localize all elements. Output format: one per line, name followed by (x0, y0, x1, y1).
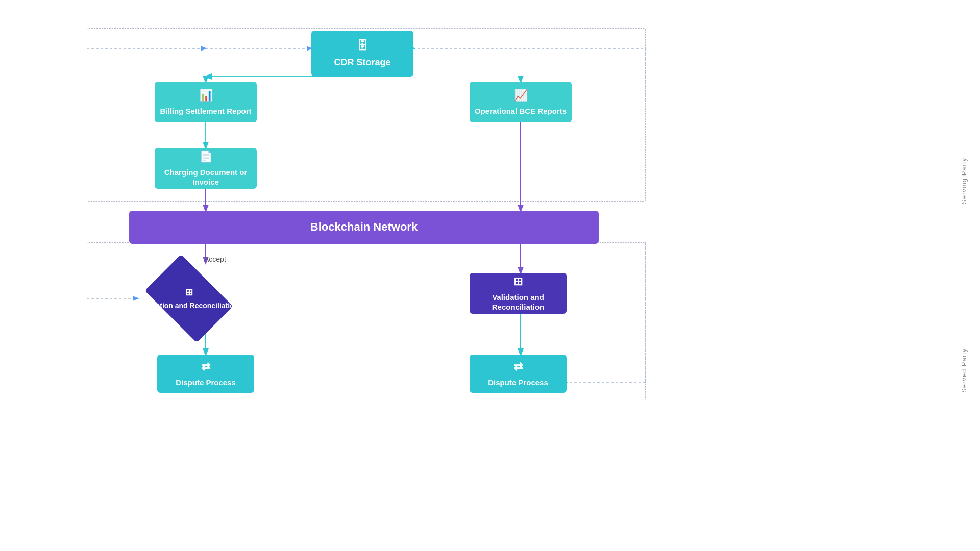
dispute-left-icon: ⇄ (201, 360, 210, 374)
charging-label: Charging Document or Invoice (155, 167, 257, 187)
validation-right-icon: ⊞ (513, 274, 523, 289)
cdr-storage-node: 🗄 CDR Storage (311, 31, 413, 77)
cdr-label: CDR Storage (334, 57, 390, 68)
blockchain-label: Blockchain Network (310, 220, 418, 235)
dispute-left-label: Dispute Process (176, 378, 236, 388)
bce-reports-node: 📈 Operational BCE Reports (470, 82, 572, 122)
validation-left-label: Validation and Reconciliation (139, 301, 238, 310)
validation-left-node: ⊞ Validation and Reconciliation (138, 263, 240, 334)
billing-settlement-node: 📊 Billing Settlement Report (155, 82, 257, 122)
serving-party-label: Serving Party (960, 41, 968, 204)
dispute-right-icon: ⇄ (513, 360, 523, 374)
dispute-right-node: ⇄ Dispute Process (470, 355, 567, 393)
dispute-left-node: ⇄ Dispute Process (157, 355, 254, 393)
blockchain-node: Blockchain Network (129, 211, 599, 244)
validation-right-node: ⊞ Validation and Reconciliation (470, 273, 567, 314)
diagram-container: 🗄 CDR Storage 📊 Billing Settlement Repor… (0, 0, 980, 551)
validation-left-content: ⊞ Validation and Reconciliation (138, 263, 240, 334)
bce-label: Operational BCE Reports (475, 106, 567, 116)
accept-label: Accept (204, 255, 226, 263)
billing-icon: 📊 (199, 88, 213, 103)
validation-right-label: Validation and Reconciliation (470, 292, 567, 312)
charging-icon: 📄 (199, 149, 213, 164)
cdr-icon: 🗄 (357, 39, 368, 54)
dispute-right-label: Dispute Process (488, 378, 548, 388)
charging-document-node: 📄 Charging Document or Invoice (155, 148, 257, 189)
bce-icon: 📈 (514, 88, 528, 103)
served-party-label: Served Party (960, 250, 968, 393)
billing-label: Billing Settlement Report (160, 106, 251, 116)
